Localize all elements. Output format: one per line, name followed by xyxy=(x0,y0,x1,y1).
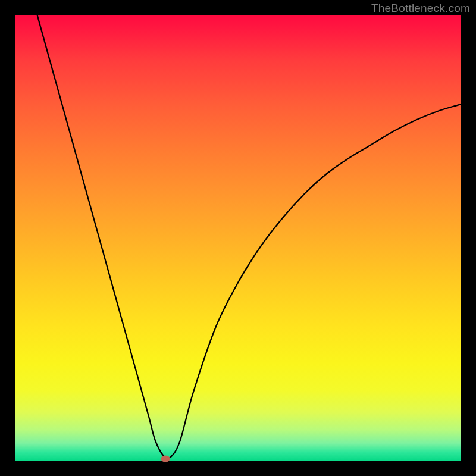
bottleneck-curve xyxy=(15,15,461,461)
watermark-text: TheBottleneck.com xyxy=(371,2,470,15)
optimum-marker xyxy=(161,456,170,462)
chart-plot-area xyxy=(15,15,461,461)
